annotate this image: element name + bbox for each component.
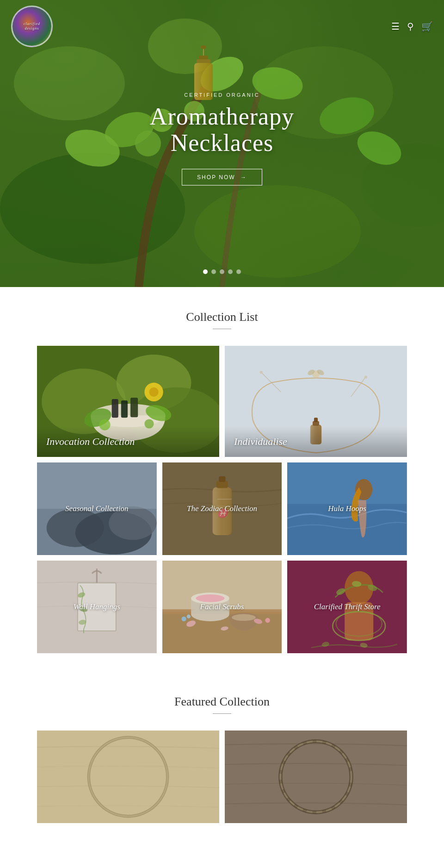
shop-now-button[interactable]: SHOP NOW → (182, 169, 262, 186)
hero-subtitle: CERTIFIED ORGANIC (111, 92, 333, 98)
carousel-dot-1[interactable] (203, 269, 208, 274)
collection-item-seasonal[interactable]: Seasonal Collection (37, 462, 157, 555)
collection-item-facial[interactable]: Facial Scrubs (162, 561, 282, 653)
wall-label: Wall Hangings (43, 602, 151, 612)
svg-rect-28 (121, 400, 128, 418)
hero-title: Aromatherapy Necklaces (111, 103, 333, 156)
seasonal-label: Seasonal Collection (43, 504, 151, 514)
svg-point-48 (364, 375, 367, 378)
svg-rect-102 (37, 731, 219, 823)
individualise-label: Individualise (225, 426, 407, 457)
collection-item-individualise[interactable]: Individualise (225, 346, 407, 457)
featured-item-2[interactable] (225, 731, 407, 823)
svg-rect-60 (219, 476, 225, 482)
site-header: clarified designs ☰ ⚲ 🛒 (0, 0, 444, 53)
carousel-dot-4[interactable] (228, 269, 233, 274)
collection-row-3: Wall Hangings (37, 561, 407, 653)
svg-rect-17 (197, 59, 210, 63)
svg-point-1 (14, 46, 125, 120)
collection-item-thrift[interactable]: Clarified Thrift Store (287, 561, 407, 653)
svg-rect-66 (287, 462, 407, 504)
featured-item-1[interactable] (37, 731, 219, 823)
collection-item-wall[interactable]: Wall Hangings (37, 561, 157, 653)
collection-item-zodiac[interactable]: ♓ The Zodiac Collection (162, 462, 282, 555)
svg-point-89 (265, 618, 270, 623)
svg-point-87 (181, 617, 186, 621)
svg-point-81 (196, 594, 224, 602)
svg-rect-54 (37, 462, 157, 509)
hero-content: CERTIFIED ORGANIC Aromatherapy Necklaces… (111, 92, 333, 186)
shop-now-arrow: → (240, 174, 247, 181)
svg-point-31 (149, 387, 158, 397)
collection-row-1: Invocation Collection (37, 346, 407, 457)
carousel-dot-3[interactable] (220, 269, 224, 274)
invocation-label: Invocation Collection (37, 426, 219, 457)
collection-item-hula[interactable]: Hula Hoops (287, 462, 407, 555)
svg-point-46 (260, 371, 263, 374)
header-nav-icons: ☰ ⚲ 🛒 (391, 21, 433, 32)
shop-now-label: SHOP NOW (197, 174, 235, 181)
thrift-label: Clarified Thrift Store (293, 602, 401, 612)
featured-section-title: Featured Collection (37, 695, 407, 709)
featured-divider (213, 713, 231, 714)
featured-section: Featured Collection (0, 676, 444, 832)
logo-text: clarified designs (24, 22, 40, 31)
facial-label: Facial Scrubs (168, 602, 276, 612)
svg-rect-27 (112, 399, 118, 418)
cart-icon[interactable]: 🛒 (421, 21, 433, 32)
svg-point-83 (232, 614, 256, 621)
svg-rect-29 (130, 398, 138, 417)
svg-rect-59 (216, 481, 228, 488)
carousel-dot-2[interactable] (211, 269, 216, 274)
svg-rect-44 (314, 418, 318, 422)
site-logo[interactable]: clarified designs (11, 6, 53, 47)
svg-point-88 (186, 615, 190, 618)
svg-rect-16 (199, 56, 208, 59)
collection-item-invocation[interactable]: Invocation Collection (37, 346, 219, 457)
menu-icon[interactable]: ☰ (391, 21, 400, 32)
hero-carousel-dots (203, 269, 241, 274)
collection-grid: Invocation Collection (37, 346, 407, 653)
hula-label: Hula Hoops (293, 504, 401, 513)
search-icon[interactable]: ⚲ (407, 21, 414, 32)
collection-row-2: Seasonal Collection (37, 462, 407, 555)
collection-section-title: Collection List (37, 310, 407, 324)
featured-grid (37, 731, 407, 823)
collection-section: Collection List (0, 287, 444, 676)
carousel-dot-5[interactable] (236, 269, 241, 274)
svg-point-6 (194, 185, 361, 278)
zodiac-label: The Zodiac Collection (168, 504, 276, 514)
section-divider (213, 329, 231, 329)
